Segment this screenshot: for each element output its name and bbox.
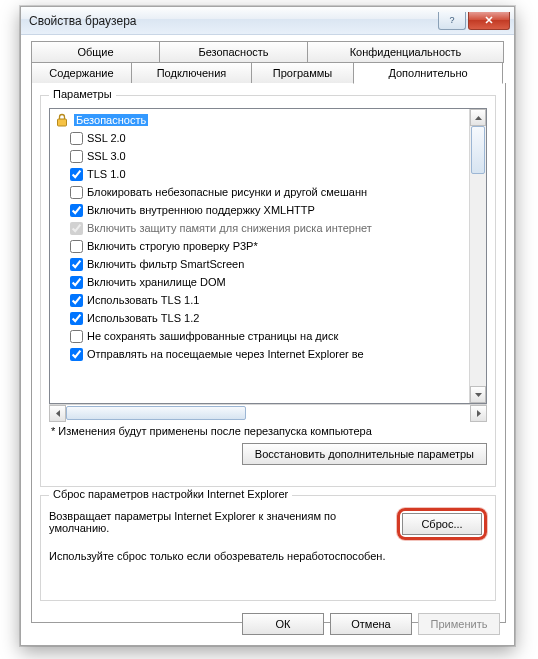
title-bar[interactable]: Свойства браузера ?: [21, 7, 514, 35]
tree-item-checkbox[interactable]: [70, 312, 83, 325]
horizontal-scrollbar[interactable]: [49, 404, 487, 421]
tree-item-label: SSL 2.0: [87, 132, 126, 144]
tree-item-checkbox[interactable]: [70, 294, 83, 307]
tree-item-checkbox[interactable]: [70, 168, 83, 181]
group-reset: Сброс параметров настройки Internet Expl…: [40, 495, 496, 601]
scroll-down-button[interactable]: [470, 386, 486, 403]
dialog-window: Свойства браузера ? Общие Безопасность К…: [20, 6, 515, 646]
reset-description: Возвращает параметры Internet Explorer к…: [49, 508, 389, 534]
vertical-scrollbar[interactable]: [469, 109, 486, 403]
scroll-thumb[interactable]: [471, 126, 485, 174]
tree-item-checkbox[interactable]: [70, 348, 83, 361]
tree-item[interactable]: SSL 3.0: [54, 147, 486, 165]
tab-general[interactable]: Общие: [31, 41, 160, 63]
tree-item[interactable]: Использовать TLS 1.2: [54, 309, 486, 327]
tree-item-label: Включить фильтр SmartScreen: [87, 258, 244, 270]
tab-security[interactable]: Безопасность: [159, 41, 308, 63]
tree-item[interactable]: Блокировать небезопасные рисунки и друго…: [54, 183, 486, 201]
tree-item-label: Включить хранилище DOM: [87, 276, 226, 288]
tree-item-label: Не сохранять зашифрованные страницы на д…: [87, 330, 338, 342]
tree-item-label: SSL 3.0: [87, 150, 126, 162]
tree-item[interactable]: Использовать TLS 1.1: [54, 291, 486, 309]
tree-item[interactable]: Включить защиту памяти для снижения риск…: [54, 219, 486, 237]
tab-strip: Общие Безопасность Конфиденциальность Со…: [31, 41, 504, 85]
tree-item-checkbox[interactable]: [70, 276, 83, 289]
tree-item-checkbox[interactable]: [70, 132, 83, 145]
tree-item-label: Отправлять на посещаемые через Internet …: [87, 348, 364, 360]
group-parameters: Параметры БезопасностьSSL 2.0SSL 3.0TLS …: [40, 95, 496, 487]
restore-advanced-button[interactable]: Восстановить дополнительные параметры: [242, 443, 487, 465]
tree-item-checkbox[interactable]: [70, 204, 83, 217]
hscroll-track[interactable]: [66, 405, 470, 421]
reset-button[interactable]: Сброс...: [402, 513, 482, 535]
scroll-up-button[interactable]: [470, 109, 486, 126]
tree-item[interactable]: Включить хранилище DOM: [54, 273, 486, 291]
tree-item-checkbox[interactable]: [70, 150, 83, 163]
tree-item-checkbox[interactable]: [70, 186, 83, 199]
tree-item-label: Блокировать небезопасные рисунки и друго…: [87, 186, 367, 198]
svg-rect-1: [58, 119, 67, 126]
scroll-left-button[interactable]: [49, 405, 66, 422]
tree-item-checkbox: [70, 222, 83, 235]
reset-highlight: Сброс...: [397, 508, 487, 540]
tree-item-label: Использовать TLS 1.2: [87, 312, 199, 324]
restart-note: * Изменения будут применены после переза…: [51, 425, 485, 437]
tab-advanced[interactable]: Дополнительно: [353, 62, 503, 84]
tree-item-label: Использовать TLS 1.1: [87, 294, 199, 306]
tree-item-checkbox[interactable]: [70, 258, 83, 271]
ok-button[interactable]: ОК: [242, 613, 324, 635]
cancel-button[interactable]: Отмена: [330, 613, 412, 635]
hscroll-thumb[interactable]: [66, 406, 246, 420]
tree-item[interactable]: TLS 1.0: [54, 165, 486, 183]
tree-item[interactable]: Не сохранять зашифрованные страницы на д…: [54, 327, 486, 345]
apply-button[interactable]: Применить: [418, 613, 500, 635]
dialog-buttons: ОК Отмена Применить: [242, 613, 500, 635]
window-title: Свойства браузера: [29, 14, 436, 28]
svg-text:?: ?: [449, 15, 454, 25]
tree-item-checkbox[interactable]: [70, 330, 83, 343]
tree-item-label: Включить внутреннюю поддержку XMLHTTP: [87, 204, 315, 216]
tab-programs[interactable]: Программы: [251, 62, 354, 84]
tree-item[interactable]: Включить фильтр SmartScreen: [54, 255, 486, 273]
tree-item-checkbox[interactable]: [70, 240, 83, 253]
tab-connections[interactable]: Подключения: [131, 62, 252, 84]
tab-privacy[interactable]: Конфиденциальность: [307, 41, 504, 63]
tab-content[interactable]: Содержание: [31, 62, 132, 84]
tree-item[interactable]: Включить строгую проверку P3P*: [54, 237, 486, 255]
lock-icon: [54, 112, 70, 128]
tree-category-security[interactable]: Безопасность: [54, 111, 486, 129]
scroll-right-button[interactable]: [470, 405, 487, 422]
tree-item-label: Включить строгую проверку P3P*: [87, 240, 258, 252]
group-reset-legend: Сброс параметров настройки Internet Expl…: [49, 488, 292, 500]
tree-item-label: TLS 1.0: [87, 168, 126, 180]
settings-tree[interactable]: БезопасностьSSL 2.0SSL 3.0TLS 1.0Блокиро…: [49, 108, 487, 404]
tree-item[interactable]: SSL 2.0: [54, 129, 486, 147]
close-button[interactable]: [468, 12, 510, 30]
help-button[interactable]: ?: [438, 12, 466, 30]
reset-note: Используйте сброс только если обозревате…: [49, 550, 487, 562]
tree-item[interactable]: Включить внутреннюю поддержку XMLHTTP: [54, 201, 486, 219]
group-parameters-legend: Параметры: [49, 88, 116, 100]
tree-item[interactable]: Отправлять на посещаемые через Internet …: [54, 345, 486, 363]
scroll-track[interactable]: [470, 126, 486, 386]
tree-category-label: Безопасность: [74, 114, 148, 126]
tree-item-label: Включить защиту памяти для снижения риск…: [87, 222, 372, 234]
tab-page-advanced: Параметры БезопасностьSSL 2.0SSL 3.0TLS …: [31, 83, 506, 623]
